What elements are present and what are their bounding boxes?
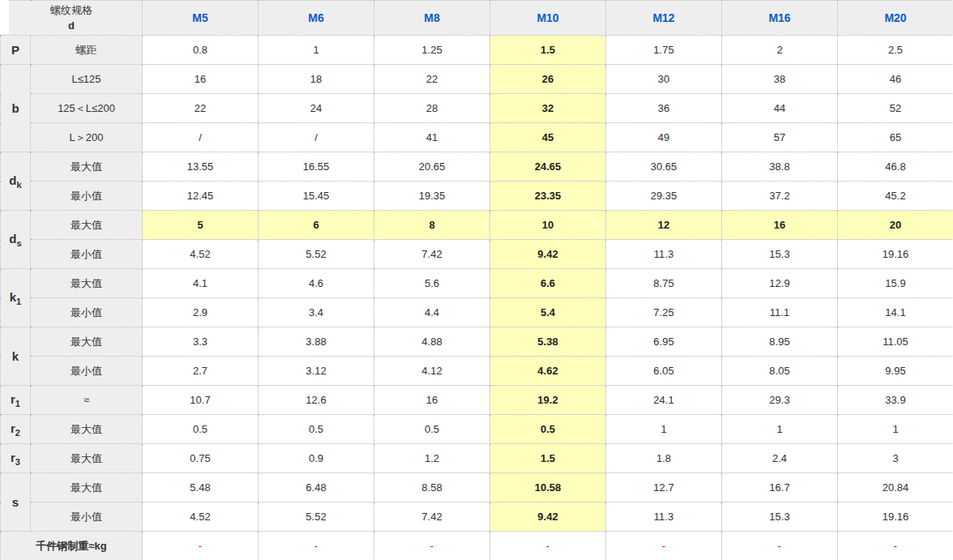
value-cell: / (143, 123, 259, 152)
value-cell: 19.2 (490, 386, 606, 415)
param-cell-r1: r1 (1, 386, 31, 415)
sub-label-cell: 125＜L≤200 (31, 94, 143, 123)
value-cell: 20.84 (838, 473, 953, 502)
value-cell: 3.4 (259, 298, 374, 327)
param-cell-k: k (1, 327, 31, 386)
value-cell: 46 (838, 65, 953, 94)
value-cell: 46.8 (838, 152, 953, 182)
param-cell-dk: dk (1, 152, 31, 211)
table-row: L＞200//4145495765 (1, 123, 953, 152)
footer-label-cell: 千件钢制重≈kg (1, 532, 143, 560)
value-cell: 24.1 (606, 386, 722, 415)
value-cell: 15.9 (838, 269, 953, 298)
value-cell: 30 (606, 65, 722, 94)
header-row: 螺纹规格 d M5M6M8M10M12M16M20 (1, 1, 953, 36)
table-row: r2最大值0.50.50.50.5111 (1, 415, 953, 444)
value-cell: 4.62 (490, 357, 606, 386)
footer-dash-cell: - (838, 532, 953, 560)
param-cell-s: s (1, 473, 31, 532)
sub-label-cell: 最大值 (31, 415, 143, 444)
sub-label-cell: L≤125 (31, 65, 143, 94)
value-cell: 6 (259, 211, 374, 240)
param-cell-b: b (1, 65, 31, 152)
value-cell: 65 (838, 123, 953, 152)
bolt-spec-table: 螺纹规格 d M5M6M8M10M12M16M20 P螺距0.811.251.5… (0, 0, 953, 560)
table-row: s最大值5.486.488.5810.5812.716.720.84 (1, 473, 953, 502)
value-cell: 23.35 (490, 182, 606, 211)
value-cell: 4.88 (374, 327, 490, 357)
value-cell: 4.4 (374, 298, 490, 327)
sub-label-cell: 最小值 (31, 357, 143, 386)
sub-label-cell: 最大值 (31, 444, 143, 473)
value-cell: 0.5 (259, 415, 374, 444)
value-cell: 16.55 (259, 152, 374, 182)
value-cell: 29.35 (606, 182, 722, 211)
value-cell: 29.3 (722, 386, 838, 415)
value-cell: 22 (143, 94, 259, 123)
value-cell: 14.1 (838, 298, 953, 327)
value-cell: / (259, 123, 374, 152)
value-cell: 4.12 (374, 357, 490, 386)
value-cell: 5.4 (490, 298, 606, 327)
value-cell: 11.3 (606, 240, 722, 269)
value-cell: 1.2 (374, 444, 490, 473)
value-cell: 8.75 (606, 269, 722, 298)
value-cell: 6.6 (490, 269, 606, 298)
table-row: 125＜L≤20022242832364452 (1, 94, 953, 123)
value-cell: 1 (259, 36, 374, 65)
value-cell: 0.9 (259, 444, 374, 473)
value-cell: 16.7 (722, 473, 838, 502)
sub-label-cell: 最小值 (31, 298, 143, 327)
value-cell: 7.25 (606, 298, 722, 327)
value-cell: 4.52 (143, 240, 259, 269)
value-cell: 16 (143, 65, 259, 94)
table-row: 最小值12.4515.4519.3523.3529.3537.245.2 (1, 182, 953, 211)
value-cell: 1.75 (606, 36, 722, 65)
value-cell: 1 (838, 415, 953, 444)
value-cell: 8.05 (722, 357, 838, 386)
value-cell: 15.3 (722, 502, 838, 532)
value-cell: 20 (838, 211, 953, 240)
value-cell: 2.7 (143, 357, 259, 386)
footer-dash-cell: - (259, 532, 374, 560)
param-cell-ds: ds (1, 211, 31, 269)
table-row: k最大值3.33.884.885.386.958.9511.05 (1, 327, 953, 357)
value-cell: 11.1 (722, 298, 838, 327)
value-cell: 6.05 (606, 357, 722, 386)
table-row: ds最大值56810121620 (1, 211, 953, 240)
sub-label-cell: 最大值 (31, 152, 143, 182)
value-cell: 15.3 (722, 240, 838, 269)
footer-row: 千件钢制重≈kg------- (1, 532, 953, 560)
value-cell: 10 (490, 211, 606, 240)
value-cell: 41 (374, 123, 490, 152)
col-header-m20: M20 (838, 1, 953, 36)
value-cell: 8 (374, 211, 490, 240)
param-cell-P: P (1, 36, 31, 65)
value-cell: 3.88 (259, 327, 374, 357)
footer-dash-cell: - (490, 532, 606, 560)
corner-subtitle: d (1, 18, 142, 33)
col-header-m8: M8 (374, 1, 490, 36)
param-cell-r3: r3 (1, 444, 31, 473)
sub-label-cell: 最小值 (31, 502, 143, 532)
corner-title: 螺纹规格 (1, 2, 142, 18)
table-row: 最小值2.93.44.45.47.2511.114.1 (1, 298, 953, 327)
table-row: k1最大值4.14.65.66.68.7512.915.9 (1, 269, 953, 298)
value-cell: 32 (490, 94, 606, 123)
corner-header-cell: 螺纹规格 d (1, 1, 143, 36)
value-cell: 1 (606, 415, 722, 444)
value-cell: 45 (490, 123, 606, 152)
value-cell: 30.65 (606, 152, 722, 182)
footer-dash-cell: - (722, 532, 838, 560)
value-cell: 7.42 (374, 240, 490, 269)
footer-dash-cell: - (374, 532, 490, 560)
table-row: dk最大值13.5516.5520.6524.6530.6538.846.8 (1, 152, 953, 182)
value-cell: 16 (722, 211, 838, 240)
value-cell: 3.3 (143, 327, 259, 357)
value-cell: 1 (722, 415, 838, 444)
value-cell: 33.9 (838, 386, 953, 415)
table-row: 最小值4.525.527.429.4211.315.319.16 (1, 502, 953, 532)
value-cell: 18 (259, 65, 374, 94)
value-cell: 20.65 (374, 152, 490, 182)
value-cell: 3.12 (259, 357, 374, 386)
